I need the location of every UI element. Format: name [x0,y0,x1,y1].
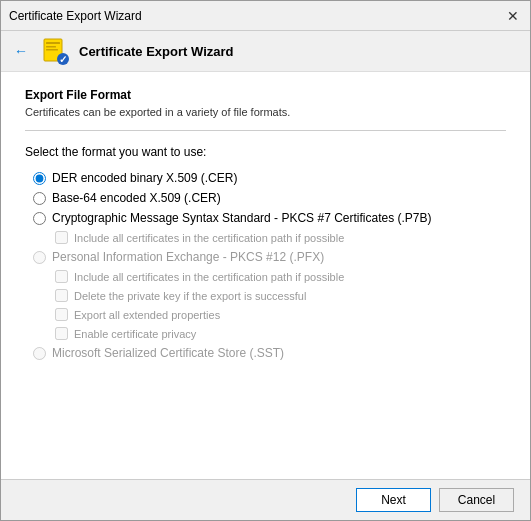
label-pkcs7[interactable]: Cryptographic Message Syntax Standard - … [52,211,432,225]
wizard-icon: ✓ [39,35,71,67]
wizard-title: Certificate Export Wizard [79,44,233,59]
check-pfx-export [55,308,68,321]
label-pfx-export: Export all extended properties [74,309,220,321]
content-area: Export File Format Certificates can be e… [1,72,530,479]
radio-sst [33,347,46,360]
check-pfx-privacy [55,327,68,340]
radio-option-base64[interactable]: Base-64 encoded X.509 (.CER) [33,189,506,207]
radio-option-der[interactable]: DER encoded binary X.509 (.CER) [33,169,506,187]
label-pfx-include: Include all certificates in the certific… [74,271,344,283]
svg-text:✓: ✓ [59,54,67,65]
radio-base64[interactable] [33,192,46,205]
footer: Next Cancel [1,479,530,520]
label-base64[interactable]: Base-64 encoded X.509 (.CER) [52,191,221,205]
format-options: DER encoded binary X.509 (.CER) Base-64 … [25,169,506,362]
checkbox-pfx-include: Include all certificates in the certific… [33,268,506,285]
label-pfx: Personal Information Exchange - PKCS #12… [52,250,324,264]
checkbox-pfx-privacy: Enable certificate privacy [33,325,506,342]
checkbox-pfx-export: Export all extended properties [33,306,506,323]
back-button[interactable]: ← [9,39,33,63]
radio-option-sst: Microsoft Serialized Certificate Store (… [33,344,506,362]
radio-pkcs7[interactable] [33,212,46,225]
label-pfx-privacy: Enable certificate privacy [74,328,196,340]
close-button[interactable]: ✕ [504,7,522,25]
next-button[interactable]: Next [356,488,431,512]
format-prompt: Select the format you want to use: [25,145,506,159]
cancel-button[interactable]: Cancel [439,488,514,512]
svg-rect-1 [46,42,60,44]
checkbox-pkcs7-include: Include all certificates in the certific… [33,229,506,246]
wizard-window: Certificate Export Wizard ✕ ← ✓ Certific… [0,0,531,521]
radio-pfx [33,251,46,264]
label-pkcs7-include: Include all certificates in the certific… [74,232,344,244]
divider [25,130,506,131]
section-description: Certificates can be exported in a variet… [25,106,506,118]
title-bar-left: Certificate Export Wizard [9,9,142,23]
back-icon: ← [14,43,28,59]
svg-rect-2 [46,46,56,48]
radio-option-pfx: Personal Information Exchange - PKCS #12… [33,248,506,266]
checkbox-pfx-delete: Delete the private key if the export is … [33,287,506,304]
svg-rect-3 [46,49,58,51]
nav-bar: ← ✓ Certificate Export Wizard [1,31,530,72]
label-sst: Microsoft Serialized Certificate Store (… [52,346,284,360]
title-bar: Certificate Export Wizard ✕ [1,1,530,31]
window-title: Certificate Export Wizard [9,9,142,23]
radio-option-pkcs7[interactable]: Cryptographic Message Syntax Standard - … [33,209,506,227]
section-title: Export File Format [25,88,506,102]
label-der[interactable]: DER encoded binary X.509 (.CER) [52,171,237,185]
check-pfx-include [55,270,68,283]
label-pfx-delete: Delete the private key if the export is … [74,290,306,302]
check-pkcs7-include[interactable] [55,231,68,244]
radio-der[interactable] [33,172,46,185]
check-pfx-delete [55,289,68,302]
